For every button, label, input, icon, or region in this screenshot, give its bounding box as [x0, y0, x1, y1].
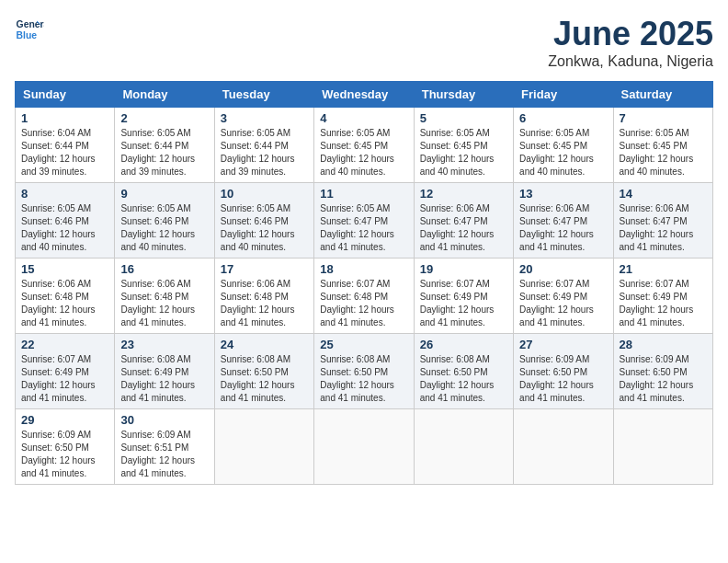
table-row: 14Sunrise: 6:06 AM Sunset: 6:47 PM Dayli…: [613, 183, 712, 259]
day-info: Sunrise: 6:06 AM Sunset: 6:48 PM Dayligh…: [21, 278, 108, 329]
header-thursday: Thursday: [414, 82, 513, 108]
day-info: Sunrise: 6:05 AM Sunset: 6:44 PM Dayligh…: [120, 127, 208, 178]
day-number: 11: [320, 187, 407, 201]
page-header: General Blue June 2025 Zonkwa, Kaduna, N…: [15, 15, 713, 70]
day-info: Sunrise: 6:06 AM Sunset: 6:47 PM Dayligh…: [620, 202, 707, 254]
calendar-week-row: 29Sunrise: 6:09 AM Sunset: 6:50 PM Dayli…: [16, 409, 713, 485]
table-row: 5Sunrise: 6:05 AM Sunset: 6:45 PM Daylig…: [414, 108, 513, 183]
calendar-table: Sunday Monday Tuesday Wednesday Thursday…: [15, 81, 713, 485]
day-number: 15: [21, 262, 108, 276]
table-row: 11Sunrise: 6:05 AM Sunset: 6:47 PM Dayli…: [314, 183, 414, 259]
day-info: Sunrise: 6:09 AM Sunset: 6:50 PM Dayligh…: [620, 353, 707, 405]
svg-text:General: General: [17, 19, 44, 29]
day-number: 28: [620, 338, 707, 351]
logo-icon: General Blue: [15, 15, 44, 44]
day-info: Sunrise: 6:05 AM Sunset: 6:44 PM Dayligh…: [221, 127, 308, 178]
table-row: 10Sunrise: 6:05 AM Sunset: 6:46 PM Dayli…: [214, 183, 313, 259]
table-row: [414, 409, 513, 485]
day-info: Sunrise: 6:05 AM Sunset: 6:45 PM Dayligh…: [320, 127, 407, 178]
day-info: Sunrise: 6:07 AM Sunset: 6:49 PM Dayligh…: [620, 278, 707, 329]
day-info: Sunrise: 6:07 AM Sunset: 6:48 PM Dayligh…: [320, 278, 407, 329]
day-info: Sunrise: 6:07 AM Sunset: 6:49 PM Dayligh…: [519, 278, 607, 329]
day-number: 19: [420, 262, 507, 276]
table-row: 21Sunrise: 6:07 AM Sunset: 6:49 PM Dayli…: [613, 259, 712, 334]
calendar-subtitle: Zonkwa, Kaduna, Nigeria: [548, 53, 713, 70]
calendar-week-row: 8Sunrise: 6:05 AM Sunset: 6:46 PM Daylig…: [16, 183, 713, 259]
table-row: 9Sunrise: 6:05 AM Sunset: 6:46 PM Daylig…: [115, 183, 214, 259]
table-row: [514, 409, 613, 485]
table-row: 28Sunrise: 6:09 AM Sunset: 6:50 PM Dayli…: [613, 334, 712, 409]
table-row: 30Sunrise: 6:09 AM Sunset: 6:51 PM Dayli…: [115, 409, 214, 485]
day-number: 20: [519, 262, 607, 276]
day-info: Sunrise: 6:05 AM Sunset: 6:46 PM Dayligh…: [21, 202, 108, 254]
logo: General Blue: [15, 15, 44, 44]
table-row: 25Sunrise: 6:08 AM Sunset: 6:50 PM Dayli…: [314, 334, 414, 409]
header-sunday: Sunday: [16, 82, 115, 108]
day-info: Sunrise: 6:05 AM Sunset: 6:46 PM Dayligh…: [120, 202, 208, 254]
header-friday: Friday: [514, 82, 613, 108]
day-number: 3: [221, 111, 308, 125]
table-row: 6Sunrise: 6:05 AM Sunset: 6:45 PM Daylig…: [514, 108, 613, 183]
table-row: 20Sunrise: 6:07 AM Sunset: 6:49 PM Dayli…: [514, 259, 613, 334]
day-info: Sunrise: 6:09 AM Sunset: 6:50 PM Dayligh…: [519, 353, 607, 405]
svg-text:Blue: Blue: [17, 30, 38, 40]
table-row: 17Sunrise: 6:06 AM Sunset: 6:48 PM Dayli…: [214, 259, 313, 334]
day-info: Sunrise: 6:05 AM Sunset: 6:47 PM Dayligh…: [320, 202, 407, 254]
day-info: Sunrise: 6:04 AM Sunset: 6:44 PM Dayligh…: [21, 127, 108, 178]
calendar-week-row: 1Sunrise: 6:04 AM Sunset: 6:44 PM Daylig…: [16, 108, 713, 183]
day-number: 16: [120, 262, 208, 276]
day-number: 29: [21, 413, 108, 427]
table-row: [314, 409, 414, 485]
day-number: 1: [21, 111, 108, 125]
calendar-title: June 2025: [548, 15, 713, 53]
day-info: Sunrise: 6:07 AM Sunset: 6:49 PM Dayligh…: [21, 353, 108, 405]
day-number: 25: [320, 338, 407, 351]
day-info: Sunrise: 6:08 AM Sunset: 6:50 PM Dayligh…: [221, 353, 308, 405]
day-number: 22: [21, 338, 108, 351]
table-row: 16Sunrise: 6:06 AM Sunset: 6:48 PM Dayli…: [115, 259, 214, 334]
day-number: 13: [519, 187, 607, 201]
table-row: 4Sunrise: 6:05 AM Sunset: 6:45 PM Daylig…: [314, 108, 414, 183]
header-saturday: Saturday: [613, 82, 712, 108]
table-row: 7Sunrise: 6:05 AM Sunset: 6:45 PM Daylig…: [613, 108, 712, 183]
day-number: 2: [120, 111, 208, 125]
day-number: 8: [21, 187, 108, 201]
day-number: 30: [120, 413, 208, 427]
table-row: [214, 409, 313, 485]
day-info: Sunrise: 6:06 AM Sunset: 6:47 PM Dayligh…: [519, 202, 607, 254]
day-number: 9: [120, 187, 208, 201]
day-number: 12: [420, 187, 507, 201]
day-info: Sunrise: 6:05 AM Sunset: 6:46 PM Dayligh…: [221, 202, 308, 254]
table-row: 27Sunrise: 6:09 AM Sunset: 6:50 PM Dayli…: [514, 334, 613, 409]
day-info: Sunrise: 6:06 AM Sunset: 6:47 PM Dayligh…: [420, 202, 507, 254]
table-row: [613, 409, 712, 485]
header-monday: Monday: [115, 82, 214, 108]
table-row: 19Sunrise: 6:07 AM Sunset: 6:49 PM Dayli…: [414, 259, 513, 334]
day-number: 21: [620, 262, 707, 276]
day-info: Sunrise: 6:05 AM Sunset: 6:45 PM Dayligh…: [620, 127, 707, 178]
calendar-week-row: 15Sunrise: 6:06 AM Sunset: 6:48 PM Dayli…: [16, 259, 713, 334]
calendar-week-row: 22Sunrise: 6:07 AM Sunset: 6:49 PM Dayli…: [16, 334, 713, 409]
day-number: 17: [221, 262, 308, 276]
table-row: 2Sunrise: 6:05 AM Sunset: 6:44 PM Daylig…: [115, 108, 214, 183]
day-number: 23: [120, 338, 208, 351]
day-number: 24: [221, 338, 308, 351]
day-info: Sunrise: 6:05 AM Sunset: 6:45 PM Dayligh…: [420, 127, 507, 178]
table-row: 22Sunrise: 6:07 AM Sunset: 6:49 PM Dayli…: [16, 334, 115, 409]
day-info: Sunrise: 6:06 AM Sunset: 6:48 PM Dayligh…: [120, 278, 208, 329]
table-row: 24Sunrise: 6:08 AM Sunset: 6:50 PM Dayli…: [214, 334, 313, 409]
day-info: Sunrise: 6:09 AM Sunset: 6:51 PM Dayligh…: [120, 429, 208, 480]
day-number: 6: [519, 111, 607, 125]
day-number: 27: [519, 338, 607, 351]
header-tuesday: Tuesday: [214, 82, 313, 108]
table-row: 18Sunrise: 6:07 AM Sunset: 6:48 PM Dayli…: [314, 259, 414, 334]
table-row: 15Sunrise: 6:06 AM Sunset: 6:48 PM Dayli…: [16, 259, 115, 334]
table-row: 1Sunrise: 6:04 AM Sunset: 6:44 PM Daylig…: [16, 108, 115, 183]
day-number: 5: [420, 111, 507, 125]
table-row: 12Sunrise: 6:06 AM Sunset: 6:47 PM Dayli…: [414, 183, 513, 259]
day-number: 14: [620, 187, 707, 201]
table-row: 3Sunrise: 6:05 AM Sunset: 6:44 PM Daylig…: [214, 108, 313, 183]
day-number: 26: [420, 338, 507, 351]
table-row: 29Sunrise: 6:09 AM Sunset: 6:50 PM Dayli…: [16, 409, 115, 485]
day-info: Sunrise: 6:08 AM Sunset: 6:50 PM Dayligh…: [420, 353, 507, 405]
